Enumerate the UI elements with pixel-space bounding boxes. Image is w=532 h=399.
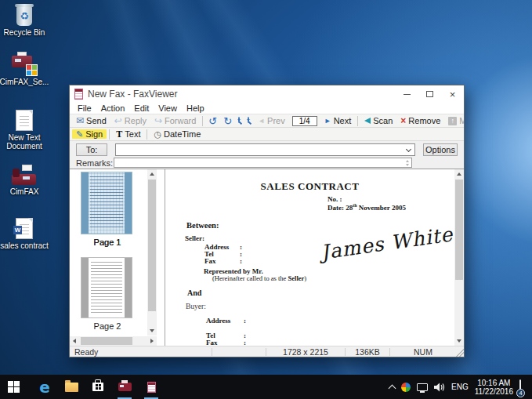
minimize-button[interactable]	[396, 85, 418, 103]
taskbar-explorer-button[interactable]	[58, 375, 85, 399]
notification-badge: 4	[516, 389, 525, 397]
send-button[interactable]: ✉ Send	[72, 116, 110, 125]
close-button[interactable]: ×	[441, 85, 464, 103]
clock-date: 11/22/2016	[475, 387, 513, 396]
scrollbar-thumb[interactable]	[148, 180, 156, 311]
recipient-combobox[interactable]	[115, 143, 415, 156]
scroll-up-icon[interactable]	[147, 169, 157, 179]
fax-machine-icon	[11, 165, 38, 185]
remarks-input[interactable]	[114, 158, 412, 168]
menu-help[interactable]: Help	[182, 103, 209, 113]
text-tool-button[interactable]: T Text	[112, 129, 144, 139]
scrollbar-thumb[interactable]	[455, 180, 463, 280]
desktop-icon-new-text-document[interactable]: New Text Document	[0, 110, 54, 151]
buyer-fax-label: Fax	[206, 339, 218, 346]
thumbnail-page-1[interactable]	[81, 172, 132, 234]
sign-button[interactable]: ✎ Sign	[72, 129, 107, 139]
edge-icon: e	[39, 378, 50, 397]
status-num-lock: NUM	[390, 347, 456, 357]
fax-document-page: SALES CONTRACT No. : Date: 28th November…	[165, 169, 454, 346]
thumbnail-label-page-1[interactable]: Page 1	[70, 238, 145, 247]
buyer-label: Buyer:	[186, 303, 206, 310]
thumbnail-vertical-scrollbar[interactable]	[147, 169, 157, 336]
prev-page-button[interactable]: ◄ Prev	[254, 116, 289, 125]
desktop-icon-label: CimFAX_Se...	[0, 78, 49, 86]
remove-icon: ×	[400, 116, 406, 125]
document-vertical-scrollbar[interactable]	[454, 169, 464, 346]
language-indicator[interactable]: ENG	[451, 383, 469, 391]
faxviewer-app-icon	[74, 89, 83, 100]
options-button[interactable]: Options	[423, 143, 458, 156]
signature-james-white[interactable]: James White	[320, 223, 454, 263]
chevron-down-icon[interactable]	[406, 147, 411, 152]
desktop-icon-cimfax-setup[interactable]: CimFAX_Se...	[0, 52, 54, 86]
move-up-button[interactable]: ↑ Move Up	[444, 116, 464, 125]
scroll-down-icon[interactable]	[454, 336, 464, 346]
to-button[interactable]: To:	[76, 143, 107, 156]
remarks-spinner[interactable]	[404, 158, 411, 167]
network-display-icon[interactable]	[417, 383, 428, 391]
faxviewer-window: New Fax - FaxViewer × File Action Edit V…	[69, 85, 465, 357]
taskbar-cimfax-button[interactable]	[111, 375, 138, 399]
maximize-button[interactable]	[418, 85, 441, 103]
thumbnail-label-page-2[interactable]: Page 2	[70, 321, 145, 331]
menu-view[interactable]: View	[154, 103, 182, 113]
title-bar[interactable]: New Fax - FaxViewer ×	[70, 85, 464, 103]
zoom-in-icon[interactable]: +	[238, 117, 240, 123]
tray-expand-icon[interactable]	[389, 384, 396, 392]
desktop-icon-sales-contract[interactable]: W sales contract	[0, 218, 54, 250]
page-number-input[interactable]	[292, 116, 317, 126]
taskbar-store-button[interactable]	[85, 375, 111, 399]
seller-label: Seller:	[185, 234, 204, 242]
start-button[interactable]	[0, 375, 27, 399]
tray-app-icon[interactable]	[401, 383, 411, 392]
close-icon: ×	[450, 89, 456, 100]
taskbar: e ENG 10:16 AM 11/22/2016 4	[0, 375, 532, 399]
cimfax-setup-icon	[11, 52, 38, 75]
word-document-icon: W	[16, 218, 33, 239]
content-area: Page 1 Page 2 SALES CONTRACT No. : Date:…	[70, 169, 464, 346]
status-bar: Ready 1728 x 2215 136KB NUM	[70, 346, 464, 357]
rotate-right-icon[interactable]: ↻	[223, 116, 232, 126]
remarks-label: Remarks:	[76, 158, 114, 168]
taskbar-clock[interactable]: 10:16 AM 11/22/2016	[475, 379, 513, 396]
annotate-toolbar: ✎ Sign T Text ◷ DateTime	[70, 128, 464, 141]
forward-icon: ↪	[154, 116, 162, 125]
taskbar-edge-button[interactable]: e	[31, 375, 58, 399]
taskbar-faxviewer-button[interactable]	[138, 375, 165, 399]
scroll-up-icon[interactable]	[454, 169, 464, 179]
between-label: Between:	[186, 221, 219, 230]
toolbar-separator	[147, 129, 147, 140]
remove-button[interactable]: × Remove	[396, 116, 444, 125]
scroll-right-icon[interactable]	[147, 336, 157, 346]
forward-button[interactable]: ↪ Forward	[150, 116, 200, 125]
desktop-icon-label: CimFAX	[10, 187, 39, 196]
reply-icon: ↩	[114, 116, 122, 125]
text-tool-icon: T	[116, 129, 122, 139]
contract-no-line: No. :	[328, 195, 342, 203]
notification-button[interactable]: 4	[519, 380, 521, 394]
desktop-icon-cimfax[interactable]: CimFAX	[0, 165, 54, 196]
text-document-icon	[16, 110, 33, 131]
menu-edit[interactable]: Edit	[129, 103, 154, 113]
menu-file[interactable]: File	[73, 103, 96, 113]
zoom-out-icon[interactable]: −	[248, 117, 249, 123]
prev-arrow-icon: ◄	[258, 118, 265, 125]
scroll-down-icon[interactable]	[147, 326, 157, 336]
volume-icon[interactable]	[434, 383, 445, 392]
desktop-icon-recycle-bin[interactable]: ♻ Recycle Bin	[0, 6, 54, 37]
resize-grip[interactable]	[456, 346, 464, 357]
window-title: New Fax - FaxViewer	[88, 89, 396, 100]
thumbnail-horizontal-scrollbar[interactable]	[70, 336, 157, 346]
cimfax-icon	[118, 383, 132, 391]
scrollbar-thumb[interactable]	[81, 337, 132, 345]
next-page-button[interactable]: ► Next	[320, 116, 356, 125]
rotate-left-icon[interactable]: ↺	[208, 116, 217, 126]
thumbnail-page-2[interactable]	[81, 257, 132, 318]
scroll-left-icon[interactable]	[70, 336, 79, 346]
reply-button[interactable]: ↩ Reply	[110, 116, 150, 125]
windows-logo-icon	[8, 381, 20, 393]
scan-button[interactable]: Scan	[360, 116, 396, 125]
menu-action[interactable]: Action	[96, 103, 130, 113]
datetime-button[interactable]: ◷ DateTime	[150, 129, 204, 139]
